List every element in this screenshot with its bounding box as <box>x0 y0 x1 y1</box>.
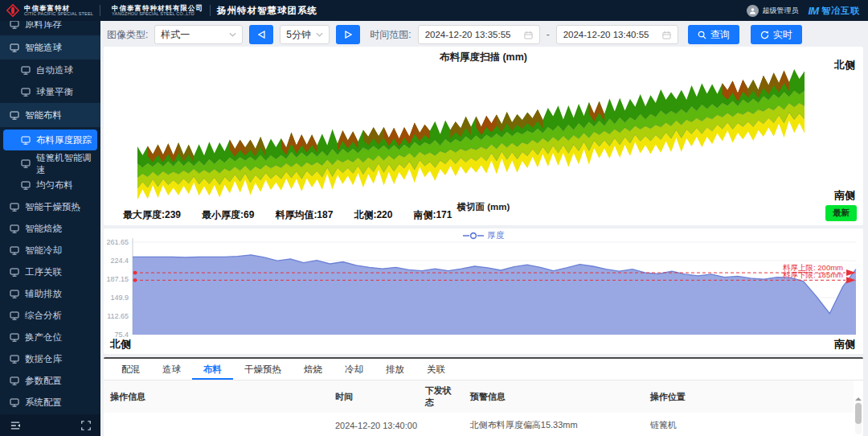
sidebar-footer <box>0 414 100 436</box>
table-cell: 2024-12-20 13:40:00 <box>329 413 419 436</box>
triangle-left-icon <box>258 31 265 39</box>
tab-7[interactable]: 关联 <box>416 359 457 380</box>
refresh-icon <box>760 31 769 39</box>
user-name[interactable]: 超级管理员 <box>763 6 799 16</box>
sidebar-item-10[interactable]: 智能冷却 <box>0 240 100 261</box>
sidebar-item-15[interactable]: 数据仓库 <box>0 348 100 370</box>
header-divider <box>100 5 100 16</box>
vendor-name: 智冶互联 <box>821 5 860 17</box>
tab-6[interactable]: 排放 <box>375 359 416 380</box>
sidebar-item-0[interactable]: 原料库存 <box>0 21 100 35</box>
sidebar-item-12[interactable]: 辅助排放 <box>0 283 100 305</box>
tab-4[interactable]: 焙烧 <box>293 359 334 380</box>
sidebar-item-4[interactable]: 智能布料 <box>0 103 100 127</box>
sidebar: 原料库存智能造球自动造球球量平衡智能布料布料厚度跟踪链篦机智能调速均匀布料智能干… <box>0 21 100 436</box>
svg-text:261.65: 261.65 <box>106 238 129 246</box>
sidebar-item-label: 智能冷却 <box>25 245 62 257</box>
vendor-logo-icon: IM <box>809 5 818 17</box>
scrollbar-thumb[interactable] <box>855 403 862 424</box>
surface-scan-panel: 布料厚度扫描 (mm) 北侧 南侧 横切面 (mm) 最大厚度:239最小厚度:… <box>104 47 863 225</box>
sidebar-item-17[interactable]: 系统配置 <box>0 392 100 413</box>
surface-title: 布料厚度扫描 (mm) <box>104 51 863 64</box>
sidebar-item-5[interactable]: 布料厚度跟踪 <box>3 130 97 150</box>
image-type-label: 图像类型: <box>107 28 148 42</box>
interval-value: 5分钟 <box>286 28 311 42</box>
image-type-select[interactable]: 样式一 <box>154 25 243 44</box>
sidebar-item-label: 智能焙烧 <box>25 223 62 235</box>
monitor-icon <box>10 21 19 29</box>
step-backward-button[interactable] <box>249 25 273 44</box>
tab-0[interactable]: 配混 <box>110 359 151 380</box>
interval-select[interactable]: 5分钟 <box>280 25 330 44</box>
process-tabs: 配混造球布料干燥预热焙烧冷却排放关联 <box>104 359 863 380</box>
step-forward-button[interactable] <box>336 25 360 44</box>
sidebar-item-label: 系统配置 <box>25 397 62 409</box>
stat-item-1: 最小厚度:69 <box>202 208 254 222</box>
app-title: 扬州特材智慧球团系统 <box>217 5 317 17</box>
realtime-label: 实时 <box>773 28 792 42</box>
chevron-down-icon <box>229 32 236 37</box>
stat-item-4: 南侧:171 <box>413 208 452 222</box>
collapse-menu-icon[interactable] <box>10 421 21 430</box>
range-separator: - <box>547 29 550 40</box>
monitor-icon <box>10 290 19 298</box>
tab-3[interactable]: 干燥预热 <box>233 359 293 380</box>
monitor-icon <box>10 268 19 277</box>
realtime-button[interactable]: 实时 <box>751 25 802 44</box>
surface-3d-chart[interactable] <box>104 47 863 225</box>
table-header-row: 操作信息时间下发状态预警信息操作位置 <box>104 380 854 413</box>
tab-5[interactable]: 冷却 <box>334 359 375 380</box>
latest-button[interactable]: 最新 <box>825 205 857 221</box>
time-to-input[interactable]: 2024-12-20 13:40:55 <box>556 25 678 44</box>
sidebar-item-7[interactable]: 均匀布料 <box>0 175 100 196</box>
scrollbar-up-arrow-icon[interactable] <box>855 394 862 401</box>
time-from-input[interactable]: 2024-12-20 13:35:55 <box>418 25 540 44</box>
svg-text:187.15: 187.15 <box>106 275 129 283</box>
sidebar-item-label: 辅助排放 <box>25 288 62 300</box>
user-avatar[interactable] <box>747 5 759 17</box>
sidebar-item-1[interactable]: 智能造球 <box>0 35 100 60</box>
time-range-label: 时间范围: <box>370 28 411 42</box>
sidebar-item-11[interactable]: 工序关联 <box>0 261 100 283</box>
stat-item-0: 最大厚度:239 <box>123 208 181 222</box>
process-log-panel: 配混造球布料干燥预热焙烧冷却排放关联 操作信息时间下发状态预警信息操作位置 20… <box>104 357 863 436</box>
query-button[interactable]: 查询 <box>688 25 739 44</box>
monitor-icon <box>10 203 19 212</box>
monitor-icon <box>10 355 19 364</box>
image-type-value: 样式一 <box>161 28 190 42</box>
fullscreen-icon[interactable] <box>81 421 91 430</box>
sidebar-item-3[interactable]: 球量平衡 <box>0 81 100 103</box>
table-cell: 链篦机 <box>644 413 854 436</box>
brand-secondary-en: YANGZHOU SPECIAL STEEL CO.,LTD <box>112 12 203 17</box>
sidebar-item-label: 自动造球 <box>36 64 73 76</box>
monitor-icon <box>10 43 19 52</box>
tab-1[interactable]: 造球 <box>151 359 192 380</box>
sidebar-item-label: 智能干燥预热 <box>25 201 80 213</box>
sidebar-item-6[interactable]: 链篦机智能调速 <box>0 153 100 175</box>
monitor-icon <box>21 136 31 145</box>
table-cell <box>104 413 329 436</box>
time-from-value: 2024-12-20 13:35:55 <box>425 30 511 39</box>
table-header-cell: 时间 <box>329 380 419 413</box>
table-header-cell: 下发状态 <box>419 380 464 413</box>
sidebar-item-9[interactable]: 智能焙烧 <box>0 218 100 240</box>
time-to-value: 2024-12-20 13:40:55 <box>563 30 649 39</box>
monitor-icon <box>10 311 19 320</box>
table-row: 2024-12-20 13:40:00北侧布料厚度偏高15.33mm链篦机 <box>104 413 854 436</box>
sidebar-item-label: 参数配置 <box>25 375 62 387</box>
table-cell <box>419 413 464 436</box>
tab-2[interactable]: 布料 <box>192 359 233 380</box>
sidebar-item-14[interactable]: 换产仓位 <box>0 327 100 348</box>
monitor-icon <box>21 159 31 168</box>
sidebar-item-16[interactable]: 参数配置 <box>0 370 100 392</box>
thickness-profile-panel: 厚度 261.65224.4187.15149.9112.6575.4料厚上限:… <box>104 228 863 354</box>
sidebar-item-13[interactable]: 综合分析 <box>0 305 100 327</box>
brand-secondary: 中信泰富特种材料有限公司 YANGZHOU SPECIAL STEEL CO.,… <box>112 5 203 17</box>
svg-text:112.65: 112.65 <box>107 312 129 320</box>
svg-text:料厚下限: 185mm: 料厚下限: 185mm <box>783 270 843 279</box>
table-scrollbar <box>855 401 862 434</box>
sidebar-item-label: 布料厚度跟踪 <box>36 134 92 146</box>
thickness-area-chart: 261.65224.4187.15149.9112.6575.4料厚上限: 20… <box>104 228 863 339</box>
sidebar-item-2[interactable]: 自动造球 <box>0 60 100 81</box>
sidebar-item-8[interactable]: 智能干燥预热 <box>0 196 100 218</box>
